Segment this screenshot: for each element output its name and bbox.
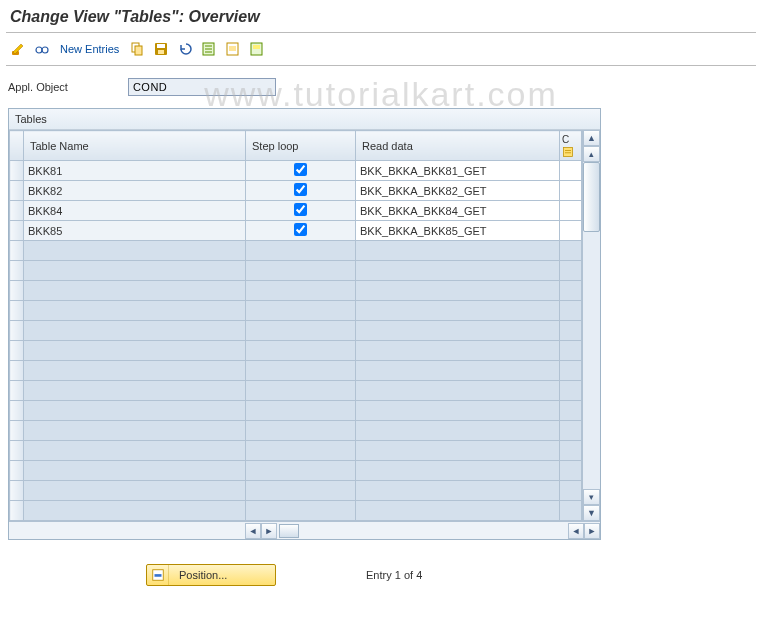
cell-read-data[interactable]	[356, 321, 560, 341]
cell-table-name[interactable]: BKK84	[24, 201, 246, 221]
row-selector[interactable]	[10, 281, 24, 301]
cell-read-data[interactable]: BKK_BKKA_BKK85_GET	[356, 221, 560, 241]
cell-read-data[interactable]	[356, 261, 560, 281]
row-selector[interactable]	[10, 241, 24, 261]
cell-step-loop[interactable]	[246, 361, 356, 381]
cell-step-loop[interactable]	[246, 481, 356, 501]
cell-read-data[interactable]	[356, 301, 560, 321]
cell-table-name[interactable]: BKK85	[24, 221, 246, 241]
cell-c[interactable]	[560, 281, 582, 301]
cell-table-name[interactable]	[24, 281, 246, 301]
cell-step-loop[interactable]	[246, 181, 356, 201]
cell-step-loop[interactable]	[246, 261, 356, 281]
cell-read-data[interactable]: BKK_BKKA_BKK82_GET	[356, 181, 560, 201]
cell-c[interactable]	[560, 401, 582, 421]
step-loop-checkbox[interactable]	[294, 223, 307, 236]
cell-read-data[interactable]	[356, 401, 560, 421]
cell-table-name[interactable]	[24, 421, 246, 441]
toggle-edit-button[interactable]	[8, 39, 28, 59]
cell-c[interactable]	[560, 361, 582, 381]
row-selector[interactable]	[10, 341, 24, 361]
scroll-down-inner[interactable]: ▾	[583, 489, 600, 505]
cell-step-loop[interactable]	[246, 381, 356, 401]
scroll-left-end-button[interactable]: ◄	[568, 523, 584, 539]
row-selector[interactable]	[10, 481, 24, 501]
cell-table-name[interactable]: BKK82	[24, 181, 246, 201]
cell-table-name[interactable]	[24, 321, 246, 341]
cell-c[interactable]	[560, 241, 582, 261]
col-config[interactable]: C	[560, 131, 582, 161]
row-selector[interactable]	[10, 501, 24, 521]
cell-c[interactable]	[560, 181, 582, 201]
appl-object-field[interactable]	[128, 78, 276, 96]
step-loop-checkbox[interactable]	[294, 163, 307, 176]
row-selector[interactable]	[10, 181, 24, 201]
cell-step-loop[interactable]	[246, 281, 356, 301]
col-table-name[interactable]: Table Name	[24, 131, 246, 161]
cell-table-name[interactable]	[24, 401, 246, 421]
scroll-right-button[interactable]: ►	[261, 523, 277, 539]
cell-c[interactable]	[560, 221, 582, 241]
cell-c[interactable]	[560, 381, 582, 401]
cell-c[interactable]	[560, 421, 582, 441]
copy-button[interactable]	[127, 39, 147, 59]
cell-table-name[interactable]	[24, 461, 246, 481]
cell-read-data[interactable]	[356, 461, 560, 481]
cell-c[interactable]	[560, 501, 582, 521]
col-step-loop[interactable]: Step loop	[246, 131, 356, 161]
step-loop-checkbox[interactable]	[294, 203, 307, 216]
row-selector[interactable]	[10, 421, 24, 441]
scroll-thumb[interactable]	[583, 162, 600, 232]
position-button[interactable]: Position...	[146, 564, 276, 586]
cell-read-data[interactable]	[356, 501, 560, 521]
step-loop-checkbox[interactable]	[294, 183, 307, 196]
row-selector[interactable]	[10, 301, 24, 321]
cell-step-loop[interactable]	[246, 441, 356, 461]
row-selector[interactable]	[10, 261, 24, 281]
scroll-left-button[interactable]: ◄	[245, 523, 261, 539]
cell-c[interactable]	[560, 201, 582, 221]
col-read-data[interactable]: Read data	[356, 131, 560, 161]
horizontal-scrollbar[interactable]: ◄ ► ◄ ►	[9, 521, 600, 539]
cell-read-data[interactable]	[356, 341, 560, 361]
deselect-button[interactable]	[247, 39, 267, 59]
cell-table-name[interactable]	[24, 361, 246, 381]
cell-c[interactable]	[560, 341, 582, 361]
select-all-button[interactable]	[199, 39, 219, 59]
cell-read-data[interactable]	[356, 241, 560, 261]
row-selector[interactable]	[10, 321, 24, 341]
cell-read-data[interactable]	[356, 421, 560, 441]
row-selector[interactable]	[10, 221, 24, 241]
scroll-down-button[interactable]: ▼	[583, 505, 600, 521]
cell-step-loop[interactable]	[246, 501, 356, 521]
row-selector[interactable]	[10, 161, 24, 181]
hscroll-thumb[interactable]	[279, 524, 299, 538]
cell-step-loop[interactable]	[246, 421, 356, 441]
save-button[interactable]	[151, 39, 171, 59]
row-selector[interactable]	[10, 401, 24, 421]
cell-table-name[interactable]	[24, 381, 246, 401]
cell-step-loop[interactable]	[246, 201, 356, 221]
scroll-right-end-button[interactable]: ►	[584, 523, 600, 539]
cell-step-loop[interactable]	[246, 221, 356, 241]
cell-table-name[interactable]	[24, 481, 246, 501]
cell-table-name[interactable]	[24, 261, 246, 281]
cell-table-name[interactable]	[24, 301, 246, 321]
cell-c[interactable]	[560, 321, 582, 341]
cell-read-data[interactable]	[356, 361, 560, 381]
cell-step-loop[interactable]	[246, 401, 356, 421]
row-selector[interactable]	[10, 361, 24, 381]
cell-step-loop[interactable]	[246, 461, 356, 481]
cell-c[interactable]	[560, 441, 582, 461]
cell-c[interactable]	[560, 481, 582, 501]
cell-c[interactable]	[560, 261, 582, 281]
cell-c[interactable]	[560, 461, 582, 481]
scroll-track[interactable]	[583, 162, 600, 489]
cell-read-data[interactable]	[356, 281, 560, 301]
cell-table-name[interactable]	[24, 501, 246, 521]
scroll-up-inner[interactable]: ▴	[583, 146, 600, 162]
row-selector[interactable]	[10, 441, 24, 461]
cell-read-data[interactable]: BKK_BKKA_BKK84_GET	[356, 201, 560, 221]
cell-read-data[interactable]	[356, 381, 560, 401]
row-selector[interactable]	[10, 461, 24, 481]
